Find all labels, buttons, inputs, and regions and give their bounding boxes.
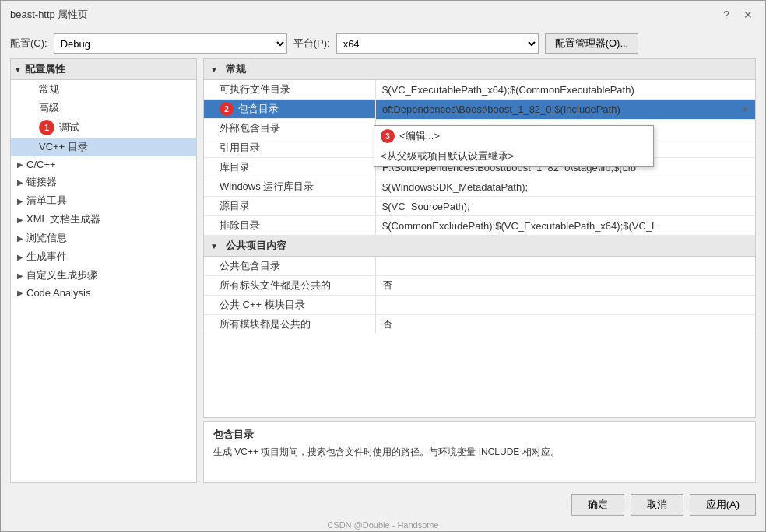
prop-value-text: $(WindowsSDK_MetadataPath); xyxy=(382,181,528,193)
row-badge: 2 xyxy=(220,102,234,116)
dropdown-item-label: <从父级或项目默认设置继承> xyxy=(381,149,514,163)
prop-name: 公共包含目录 xyxy=(204,257,376,276)
sidebar-item-label: XML 文档生成器 xyxy=(26,212,100,226)
section-label: 公共项目内容 xyxy=(226,240,286,251)
prop-value: $(VC_ExecutablePath_x64);$(CommonExecuta… xyxy=(376,80,756,100)
main-window: beast-http 属性页 ? ✕ 配置(C): Debug 平台(P): x… xyxy=(0,0,766,532)
sidebar-item-label: 生成事件 xyxy=(26,250,67,264)
sidebar-item-label: Code Analysis xyxy=(26,287,90,299)
sidebar-item-custom[interactable]: ▶ 自定义生成步骤 xyxy=(11,266,196,285)
prop-value: 否 xyxy=(376,315,756,334)
expand-arrow-icon: ▶ xyxy=(17,215,23,224)
toolbar: 配置(C): Debug 平台(P): x64 配置管理器(O)... xyxy=(1,29,765,58)
tree-header: ▼ 配置属性 xyxy=(11,59,196,80)
title-bar-buttons: ? ✕ xyxy=(719,7,756,23)
right-panel: ▼ 常规 可执行文件目录 $(VC_ExecutablePath_x64);$(… xyxy=(203,58,756,483)
left-panel: ▼ 配置属性 常规 高级 1 调试 VC++ 目录 ▶ C/C++ ▶ xyxy=(10,58,197,483)
table-row[interactable]: 源目录 $(VC_SourcePath); xyxy=(204,197,755,216)
prop-value xyxy=(376,296,756,315)
table-row[interactable]: Windows 运行库目录 $(WindowsSDK_MetadataPath)… xyxy=(204,177,755,197)
table-row[interactable]: 可执行文件目录 $(VC_ExecutablePath_x64);$(Commo… xyxy=(204,80,755,100)
tree-header-arrow: ▼ xyxy=(14,65,22,74)
table-row-selected[interactable]: 2 包含目录 oftDependences\Boost\boost_1_82_0… xyxy=(204,100,755,120)
table-row[interactable]: 所有标头文件都是公共的 否 xyxy=(204,276,755,296)
prop-name: 外部包含目录 xyxy=(204,119,376,138)
prop-name: 2 包含目录 xyxy=(204,100,375,119)
expand-arrow-icon: ▶ xyxy=(17,271,23,280)
sidebar-item-label: C/C++ xyxy=(26,159,56,170)
sidebar-item-vc-dirs[interactable]: VC++ 目录 xyxy=(11,138,196,156)
prop-value xyxy=(376,257,756,276)
sidebar-item-label: 调试 xyxy=(59,121,79,135)
dropdown-arrow-icon[interactable]: ▼ xyxy=(741,105,749,114)
sidebar-item-xml[interactable]: ▶ XML 文档生成器 xyxy=(11,210,196,229)
prop-name: 公共 C++ 模块目录 xyxy=(204,296,376,315)
sidebar-item-linker[interactable]: ▶ 链接器 xyxy=(11,173,196,191)
dropdown-overlay: 3 <编辑...> <从父级或项目默认设置继承> xyxy=(374,125,654,167)
expand-arrow-icon: ▶ xyxy=(17,253,23,261)
section-public: ▼ 公共项目内容 xyxy=(204,236,755,257)
footer: 确定 取消 应用(A) xyxy=(1,489,765,520)
prop-name: 引用目录 xyxy=(204,138,376,158)
expand-arrow-icon: ▶ xyxy=(17,197,23,205)
title-bar: beast-http 属性页 ? ✕ xyxy=(1,1,765,29)
prop-value: $(VC_SourcePath); xyxy=(376,197,756,216)
prop-value-text: oftDependences\Boost\boost_1_82_0;$(Incl… xyxy=(382,103,620,115)
expand-arrow-icon: ▶ xyxy=(17,160,23,169)
section-chevron-icon: ▼ xyxy=(210,65,218,74)
property-table-container: ▼ 常规 可执行文件目录 $(VC_ExecutablePath_x64);$(… xyxy=(203,58,756,418)
platform-select[interactable]: x64 xyxy=(336,33,539,54)
cancel-button[interactable]: 取消 xyxy=(631,494,683,516)
prop-value: $(CommonExcludePath);$(VC_ExecutablePath… xyxy=(376,216,756,236)
description-text: 生成 VC++ 项目期间，搜索包含文件时使用的路径。与环境变量 INCLUDE … xyxy=(213,445,746,459)
sidebar-item-browser[interactable]: ▶ 浏览信息 xyxy=(11,229,196,247)
description-panel: 包含目录 生成 VC++ 项目期间，搜索包含文件时使用的路径。与环境变量 INC… xyxy=(203,421,756,483)
ok-button[interactable]: 确定 xyxy=(571,494,624,516)
sidebar-item-label: VC++ 目录 xyxy=(39,140,88,154)
sidebar-item-code-analysis[interactable]: ▶ Code Analysis xyxy=(11,285,196,301)
help-button[interactable]: ? xyxy=(719,7,734,23)
dropdown-item-label: <编辑...> xyxy=(399,129,440,143)
close-button[interactable]: ✕ xyxy=(740,7,756,23)
prop-value-text: 否 xyxy=(382,318,392,330)
sidebar-item-general[interactable]: 常规 xyxy=(11,80,196,99)
table-row[interactable]: 所有模块都是公共的 否 xyxy=(204,315,755,334)
apply-button[interactable]: 应用(A) xyxy=(690,494,756,516)
sidebar-item-build[interactable]: ▶ 生成事件 xyxy=(11,247,196,266)
prop-name: Windows 运行库目录 xyxy=(204,177,376,197)
section-label: 常规 xyxy=(226,63,246,75)
property-table: ▼ 常规 可执行文件目录 $(VC_ExecutablePath_x64);$(… xyxy=(204,59,755,334)
prop-name: 排除目录 xyxy=(204,216,376,236)
sidebar-item-label: 高级 xyxy=(39,101,59,115)
main-content: ▼ 配置属性 常规 高级 1 调试 VC++ 目录 ▶ C/C++ ▶ xyxy=(1,58,765,489)
prop-value: 否 xyxy=(376,276,756,296)
sidebar-item-advanced[interactable]: 高级 xyxy=(11,99,196,117)
platform-label: 平台(P): xyxy=(293,37,330,51)
sidebar-item-label: 自定义生成步骤 xyxy=(26,268,97,282)
config-label: 配置(C): xyxy=(10,37,47,51)
section-chevron-icon: ▼ xyxy=(210,242,218,250)
dropdown-badge: 3 xyxy=(381,129,395,143)
prop-value-text: 否 xyxy=(382,279,392,291)
prop-name: 库目录 xyxy=(204,158,376,177)
config-select[interactable]: Debug xyxy=(54,33,287,54)
dropdown-item-inherit[interactable]: <从父级或项目默认设置继承> xyxy=(374,146,653,166)
sidebar-item-manifest[interactable]: ▶ 清单工具 xyxy=(11,191,196,210)
table-row[interactable]: 排除目录 $(CommonExcludePath);$(VC_Executabl… xyxy=(204,216,755,236)
dropdown-item-edit[interactable]: 3 <编辑...> xyxy=(374,126,653,146)
prop-name: 所有标头文件都是公共的 xyxy=(204,276,376,296)
prop-name: 所有模块都是公共的 xyxy=(204,315,376,334)
expand-arrow-icon: ▶ xyxy=(17,234,23,243)
table-row[interactable]: 公共包含目录 xyxy=(204,257,755,276)
description-title: 包含目录 xyxy=(213,428,746,442)
prop-value: $(WindowsSDK_MetadataPath); xyxy=(376,177,756,197)
sidebar-item-label: 清单工具 xyxy=(26,194,67,208)
sidebar-item-c-cpp[interactable]: ▶ C/C++ xyxy=(11,156,196,173)
manage-config-button[interactable]: 配置管理器(O)... xyxy=(545,33,639,54)
sidebar-item-debug[interactable]: 1 调试 xyxy=(11,117,196,138)
prop-name: 可执行文件目录 xyxy=(204,80,376,100)
table-row[interactable]: 公共 C++ 模块目录 xyxy=(204,296,755,315)
tree-header-label: 配置属性 xyxy=(25,62,65,76)
prop-value: oftDependences\Boost\boost_1_82_0;$(Incl… xyxy=(376,100,756,120)
prop-value-text: $(CommonExcludePath);$(VC_ExecutablePath… xyxy=(382,220,657,232)
